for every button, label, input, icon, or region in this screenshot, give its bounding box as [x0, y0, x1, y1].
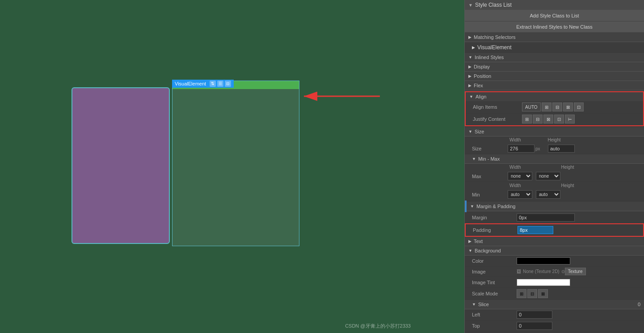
element-label-bar[interactable]: VisualElement ⇅ ☰ ⊟ — [172, 80, 234, 88]
bg-color-label: Color — [472, 258, 517, 264]
justify-content-label: Justify Content — [473, 116, 522, 122]
right-panel: ▼ Style Class List Add Style Class to Li… — [464, 0, 644, 333]
add-style-class-btn[interactable]: Add Style Class to List — [465, 10, 644, 21]
watermark-text: CSDN @牙膏上的小苏打2333 — [345, 323, 411, 329]
bg-image-row: Image 🖼 None (Texture 2D) ⊙ Texture — [465, 266, 644, 277]
align-triangle: ▼ — [469, 94, 473, 99]
min-label: Min — [472, 192, 508, 197]
inlined-styles-header[interactable]: ▼ Inlined Styles — [465, 53, 644, 62]
align-items-controls: AUTO ⊞ ⊟ ⊠ ⊡ — [522, 102, 584, 111]
minmax-col-headers: Width Height — [465, 164, 644, 171]
min-height-select[interactable]: auto — [536, 190, 560, 199]
matching-selectors-triangle: ▶ — [468, 35, 471, 39]
label-icon-1[interactable]: ⇅ — [210, 81, 216, 87]
scale-mode-label: Scale Mode — [472, 291, 517, 296]
purple-element[interactable] — [72, 87, 170, 244]
max-height-group: none — [536, 172, 560, 180]
justify-btn-5[interactable]: ⊢ — [565, 115, 575, 124]
display-triangle: ▶ — [468, 64, 471, 69]
visual-element-box[interactable] — [172, 81, 299, 246]
min-max-header[interactable]: ▼ Min - Max — [465, 154, 644, 164]
slice-left-input[interactable] — [517, 311, 552, 319]
size-width-unit: px — [535, 146, 544, 151]
display-header[interactable]: ▶ Display — [465, 62, 644, 72]
ve-triangle: ▶ — [472, 45, 475, 50]
align-btn-1[interactable]: ⊞ — [542, 102, 551, 111]
slice-top-input[interactable] — [517, 322, 552, 330]
bg-image-value: None (Texture 2D) — [523, 269, 560, 274]
height-col-header: Height — [548, 137, 561, 142]
align-header[interactable]: ▼ Align — [466, 92, 643, 101]
slice-top-label: Top — [472, 323, 517, 329]
min-inputs: auto auto — [508, 190, 560, 199]
align-items-row: Align Items AUTO ⊞ ⊟ ⊠ ⊡ — [466, 101, 643, 113]
label-icon-2[interactable]: ☰ — [217, 81, 223, 87]
justify-btn-4[interactable]: ⊡ — [554, 115, 564, 124]
min-col-headers: Width Height — [465, 182, 644, 189]
scale-mode-row: Scale Mode ⊞ ⊟ ⊠ — [465, 288, 644, 300]
size-height-input[interactable] — [548, 145, 575, 153]
extract-styles-btn[interactable]: Extract Inlined Styles to New Class — [465, 21, 644, 33]
max-height-select[interactable]: none — [536, 172, 560, 180]
scale-btn-1[interactable]: ⊞ — [517, 289, 526, 298]
slice-label: Slice — [478, 302, 489, 307]
bg-image-circle-btn[interactable]: ⊙ — [561, 269, 565, 274]
size-height-group — [548, 145, 575, 153]
bg-image-content: 🖼 None (Texture 2D) ⊙ — [517, 269, 565, 274]
max-row: Max none none — [465, 171, 644, 182]
matching-selectors-header[interactable]: ▶ Matching Selectors — [465, 33, 644, 42]
justify-btn-2[interactable]: ⊟ — [533, 115, 543, 124]
slice-header[interactable]: ▼ Slice 0 — [465, 300, 644, 309]
size-header[interactable]: ▼ Size — [465, 127, 644, 137]
inlined-styles-triangle: ▼ — [468, 55, 472, 60]
position-title: Position — [474, 73, 491, 79]
scale-mode-buttons: ⊞ ⊟ ⊠ — [517, 289, 548, 298]
style-class-title: Style Class List — [475, 2, 512, 8]
size-inputs: px — [508, 145, 575, 153]
slice-top-row: Top — [465, 320, 644, 332]
min-max-triangle: ▼ — [472, 157, 476, 161]
scale-btn-2[interactable]: ⊟ — [527, 289, 537, 298]
visual-element-label: VisualElement — [477, 44, 512, 51]
justify-content-row: Justify Content ⊞ ⊟ ⊠ ⊡ ⊢ — [466, 113, 643, 125]
bg-image-tint-label: Image Tint — [472, 280, 517, 285]
text-header[interactable]: ▶ Text — [465, 237, 644, 246]
min-width-select[interactable]: auto — [508, 190, 532, 199]
flex-header[interactable]: ▶ Flex — [465, 81, 644, 90]
padding-input[interactable] — [518, 226, 553, 234]
bg-image-tint-swatch[interactable] — [517, 279, 570, 286]
bg-image-label: Image — [472, 269, 517, 274]
slice-value: 0 — [638, 302, 640, 307]
background-triangle: ▼ — [468, 248, 472, 253]
label-icon-3[interactable]: ⊟ — [225, 81, 231, 87]
justify-btn-3[interactable]: ⊠ — [543, 115, 553, 124]
max-width-select[interactable]: none — [508, 172, 532, 180]
texture-button[interactable]: Texture — [565, 268, 586, 275]
margin-input[interactable] — [517, 213, 575, 222]
canvas-area: VisualElement ⇅ ☰ ⊟ CSDN @牙膏上的小苏打2333 — [0, 0, 464, 333]
align-auto-btn[interactable]: AUTO — [522, 102, 541, 111]
margin-padding-header[interactable]: ▼ Margin & Padding — [467, 202, 644, 211]
align-btn-3[interactable]: ⊠ — [563, 102, 573, 111]
matching-selectors-title: Matching Selectors — [474, 34, 516, 40]
align-btn-4[interactable]: ⊡ — [574, 102, 584, 111]
background-header[interactable]: ▼ Background — [465, 246, 644, 256]
size-triangle: ▼ — [468, 129, 472, 134]
margin-row: Margin — [465, 212, 644, 223]
margin-label: Margin — [472, 215, 517, 220]
min-row: Min auto auto — [465, 189, 644, 201]
justify-content-controls: ⊞ ⊟ ⊠ ⊡ ⊢ — [522, 115, 575, 124]
slice-left-row: Left — [465, 309, 644, 320]
visual-element-row: ▶ VisualElement — [465, 42, 644, 53]
justify-btn-1[interactable]: ⊞ — [522, 115, 532, 124]
text-triangle: ▶ — [468, 239, 471, 243]
bg-color-swatch[interactable] — [517, 257, 570, 265]
min-max-title: Min - Max — [478, 156, 500, 162]
max-inputs: none none — [508, 172, 560, 180]
position-header[interactable]: ▶ Position — [465, 72, 644, 81]
align-btn-2[interactable]: ⊟ — [552, 102, 562, 111]
size-width-input[interactable] — [508, 145, 535, 153]
style-class-list-header[interactable]: ▼ Style Class List — [465, 0, 644, 10]
max-width-group: none — [508, 172, 532, 180]
scale-btn-3[interactable]: ⊠ — [538, 289, 548, 298]
